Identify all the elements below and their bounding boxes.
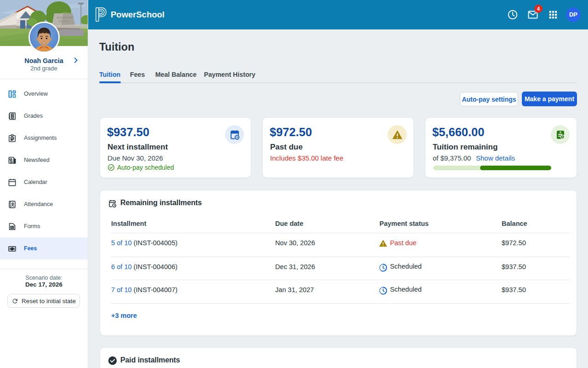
- svg-text:SCHOOL: SCHOOL: [59, 20, 69, 23]
- svg-text:ELEMENTARY: ELEMENTARY: [57, 16, 74, 19]
